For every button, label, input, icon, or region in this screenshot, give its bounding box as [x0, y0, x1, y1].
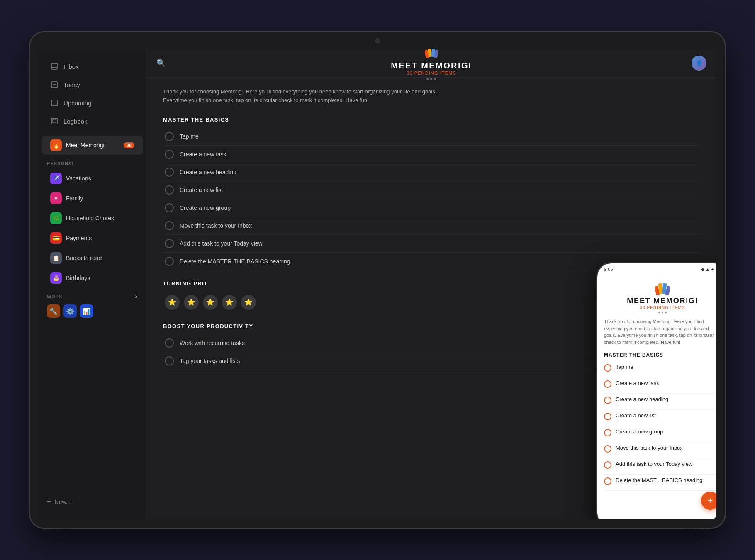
inbox-label: Inbox	[63, 63, 79, 70]
task-checkbox-7[interactable]	[165, 239, 174, 248]
phone-task-label-1: Tap me	[616, 364, 633, 370]
phone-checkbox-2[interactable]	[604, 380, 611, 388]
search-icon[interactable]: 🔍	[156, 58, 166, 68]
sidebar-item-today[interactable]: Today	[42, 76, 143, 93]
pro-icon-1: ⭐	[165, 295, 180, 310]
task-create-list[interactable]: Create a new list	[163, 181, 700, 199]
phone-logo-area: MEET MEMORIGI 30 PENDING ITEMS	[604, 282, 716, 313]
payments-icon: 💳	[50, 232, 62, 244]
task-label-6: Move this task to your Inbox	[180, 222, 252, 229]
task-label-5: Create a new group	[180, 205, 231, 211]
header-logo-area: MEET MEMORIGI 30 PENDING ITEMS	[391, 49, 472, 80]
phone-app-title: MEET MEMORIGI	[627, 297, 698, 305]
task-checkbox-8[interactable]	[165, 257, 174, 266]
vacations-icon: ✈️	[50, 173, 62, 184]
task-add-today[interactable]: Add this task to your Today view	[163, 235, 700, 253]
phone-task-label-7: Add this task to your Today view	[616, 461, 692, 467]
task-create-group[interactable]: Create a new group	[163, 199, 700, 217]
phone-task-label-5: Create a new group	[616, 429, 663, 435]
sidebar-item-household-chores[interactable]: 🌿 Household Chores	[42, 209, 143, 228]
svg-rect-4	[51, 100, 57, 106]
phone-task-label-2: Create a new task	[616, 380, 659, 386]
task-checkbox-3[interactable]	[165, 168, 174, 177]
task-create-heading[interactable]: Create a new heading	[163, 163, 700, 181]
phone-home-bar	[597, 518, 716, 519]
user-avatar[interactable]: 👤	[692, 56, 706, 71]
birthdays-icon: 🎂	[50, 272, 62, 284]
phone-checkbox-1[interactable]	[604, 364, 611, 372]
task-create-task[interactable]: Create a new task	[163, 146, 700, 163]
phone-fab-button[interactable]: +	[701, 492, 716, 510]
phone-container: 9:05 ◆ ▲ + 🔋	[596, 262, 716, 519]
task-checkbox-5[interactable]	[165, 203, 174, 212]
app-title: MEET MEMORIGI	[391, 61, 472, 71]
phone-checkbox-6[interactable]	[604, 445, 611, 453]
work-icons-row: 🔧 ⚙️ 📊	[39, 301, 146, 321]
sidebar-item-payments[interactable]: 💳 Payments	[42, 229, 143, 248]
phone-checkbox-7[interactable]	[604, 461, 611, 469]
phone-screen: MEET MEMORIGI 30 PENDING ITEMS Thank you…	[597, 275, 716, 518]
task-label-3: Create a new heading	[180, 169, 236, 175]
today-label: Today	[63, 81, 80, 88]
meet-memorigi-icon: 🔥	[50, 139, 62, 151]
phone-task-7[interactable]: Add this task to your Today view □	[604, 458, 716, 475]
inbox-icon	[50, 62, 58, 71]
pro-icon-3: ⭐	[203, 295, 218, 310]
task-checkbox-10[interactable]	[165, 356, 174, 365]
main-body: Thank you for choosing Memorigi. Here yo…	[146, 78, 716, 519]
new-button[interactable]: + New...	[39, 492, 146, 511]
phone-task-3[interactable]: Create a new heading □	[604, 394, 716, 410]
sidebar-item-meet-memorigi[interactable]: 🔥 Meet Memorigi 38	[42, 136, 143, 155]
task-checkbox-9[interactable]	[165, 338, 174, 348]
phone-task-4[interactable]: Create a new list □	[604, 410, 716, 426]
pro-icon-2: ⭐	[184, 295, 199, 310]
books-icon: 📋	[50, 252, 62, 264]
phone-task-2[interactable]: Create a new task □	[604, 377, 716, 394]
phone-checkbox-8[interactable]	[604, 477, 611, 485]
main-header: 🔍 MEET MEMORIGI 30 PENDING ITEMS	[146, 49, 716, 78]
task-label-2: Create a new task	[180, 151, 226, 158]
phone-task-6[interactable]: Move this task to your Inbox □	[604, 442, 716, 458]
phone-checkbox-5[interactable]	[604, 429, 611, 436]
sidebar-item-family[interactable]: ♥ Family	[42, 189, 143, 208]
birthdays-label: Birthdays	[66, 275, 90, 281]
phone-task-label-4: Create a new list	[616, 412, 656, 419]
app-logo-icon	[425, 49, 438, 59]
vacations-label: Vacations	[66, 175, 91, 182]
upcoming-icon	[50, 99, 58, 107]
task-tap-me[interactable]: Tap me	[163, 128, 700, 146]
svg-rect-0	[51, 63, 57, 69]
svg-rect-6	[53, 119, 56, 123]
phone-checkbox-3[interactable]	[604, 397, 611, 404]
task-checkbox-6[interactable]	[165, 221, 174, 230]
phone-dot-3	[665, 312, 667, 313]
task-checkbox-4[interactable]	[165, 185, 174, 195]
task-move-inbox[interactable]: Move this task to your Inbox	[163, 217, 700, 235]
phone-task-1[interactable]: Tap me □	[604, 361, 716, 377]
sidebar-item-upcoming[interactable]: Upcoming	[42, 95, 143, 111]
phone-task-8[interactable]: Delete the MAST... BASICS heading □	[604, 475, 716, 491]
work-icon-1[interactable]: 🔧	[47, 304, 60, 318]
pending-subtitle: 30 PENDING ITEMS	[407, 71, 456, 75]
sidebar-item-birthdays[interactable]: 🎂 Birthdays	[42, 268, 143, 287]
task-checkbox-2[interactable]	[165, 150, 174, 159]
phone-checkbox-4[interactable]	[604, 413, 611, 420]
work-icon-3[interactable]: 📊	[80, 304, 93, 318]
work-badge: 3	[135, 294, 138, 299]
family-label: Family	[66, 195, 83, 202]
logbook-icon	[50, 117, 58, 125]
phone-dot-1	[658, 312, 660, 313]
sidebar-item-inbox[interactable]: Inbox	[42, 58, 143, 75]
new-label: New...	[55, 499, 71, 505]
task-label-8: Delete the MASTER THE BASICS heading	[180, 258, 290, 265]
sidebar-item-books-to-read[interactable]: 📋 Books to read	[42, 248, 143, 268]
meet-memorigi-label: Meet Memorigi	[66, 142, 105, 149]
pro-icon-4: ⭐	[222, 295, 237, 310]
sidebar-item-logbook[interactable]: Logbook	[42, 113, 143, 129]
sidebar-item-vacations[interactable]: ✈️ Vacations	[42, 169, 143, 188]
master-basics-heading: MASTER THE BASICS	[163, 117, 700, 123]
task-checkbox-1[interactable]	[165, 132, 174, 141]
phone-pending: 30 PENDING ITEMS	[640, 305, 685, 310]
phone-task-5[interactable]: Create a new group □	[604, 426, 716, 442]
work-icon-2[interactable]: ⚙️	[63, 304, 77, 318]
